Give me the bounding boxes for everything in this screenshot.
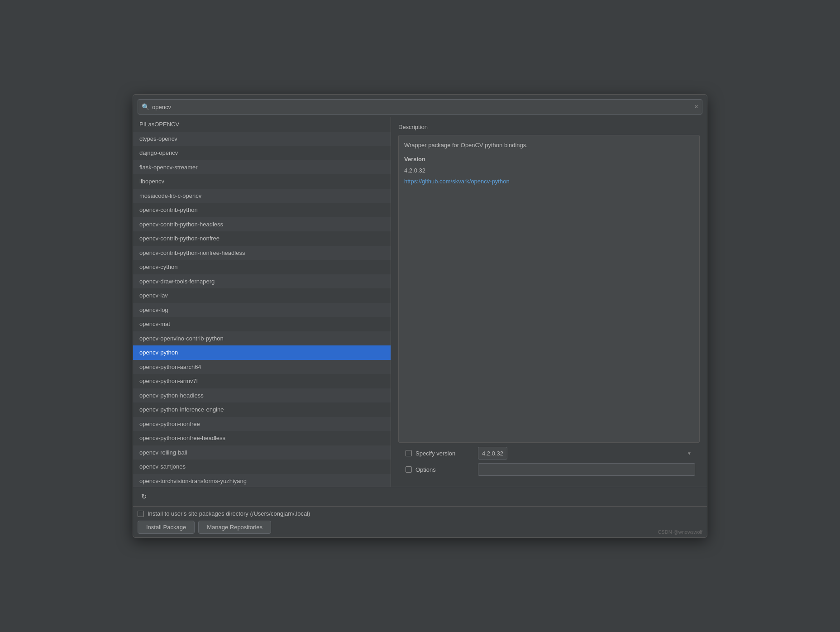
list-item[interactable]: opencv-contrib-python-nonfree-headless [133,246,391,260]
dropdown-arrow-icon: ▼ [687,451,692,456]
list-footer: ↻ [133,487,707,506]
version-row: Specify version 4.2.0.32 ▼ [403,447,695,460]
install-package-button[interactable]: Install Package [138,521,195,534]
list-item[interactable]: opencv-python-armv7l [133,374,391,388]
list-item[interactable]: ctypes-opencv [133,132,391,146]
version-url[interactable]: https://github.com/skvark/opencv-python [404,178,510,185]
list-item[interactable]: opencv-python-nonfree-headless [133,431,391,445]
list-item[interactable]: opencv-python-inference-engine [133,402,391,417]
refresh-icon[interactable]: ↻ [138,490,151,503]
list-item[interactable]: PILasOPENCV [133,117,391,132]
search-bar: 🔍 × [138,99,702,115]
content-area: PILasOPENCVctypes-opencvdajngo-opencvfla… [133,117,707,487]
options-checkbox[interactable] [406,466,412,473]
list-item[interactable]: opencv-iav [133,288,391,303]
list-item[interactable]: mosaicode-lib-c-opencv [133,189,391,203]
options-input[interactable] [478,463,695,476]
description-title: Description [398,124,700,130]
list-item[interactable]: opencv-python [133,345,391,360]
list-item[interactable]: opencv-draw-tools-fernaperg [133,274,391,289]
version-number: 4.2.0.32 [404,166,694,176]
list-item[interactable]: opencv-contrib-python [133,203,391,217]
footer: Install to user's site packages director… [133,506,707,537]
available-packages-dialog: 🔍 × PILasOPENCVctypes-opencvdajngo-openc… [133,94,707,538]
specify-version-text: Specify version [415,450,455,457]
list-item[interactable]: dajngo-opencv [133,146,391,160]
list-item[interactable]: opencv-python-headless [133,388,391,403]
manage-repositories-button[interactable]: Manage Repositories [198,521,271,534]
list-item[interactable]: opencv-mat [133,317,391,331]
install-path-text: Install to user's site packages director… [148,510,310,517]
clear-search-button[interactable]: × [694,103,698,110]
footer-buttons: Install Package Manage Repositories [138,521,702,534]
list-item[interactable]: flask-opencv-streamer [133,160,391,175]
list-item[interactable]: opencv-contrib-python-headless [133,217,391,232]
description-box: Wrapper package for OpenCV python bindin… [398,135,700,443]
install-path-checkbox[interactable] [138,511,144,517]
list-item[interactable]: opencv-rolling-ball [133,445,391,460]
list-item[interactable]: opencv-log [133,303,391,317]
package-list: PILasOPENCVctypes-opencvdajngo-opencvfla… [133,117,391,487]
version-label: Version [404,155,694,164]
list-item[interactable]: libopencv [133,174,391,189]
search-icon: 🔍 [142,103,149,110]
list-item[interactable]: opencv-contrib-python-nonfree [133,231,391,246]
options-label: Options [406,466,478,473]
version-dropdown[interactable]: 4.2.0.32 [478,447,507,460]
options-row: Options [403,463,695,476]
search-input[interactable] [152,104,694,110]
options-text: Options [415,466,436,473]
list-item[interactable]: opencv-python-aarch64 [133,360,391,374]
list-item[interactable]: opencv-openvino-contrib-python [133,331,391,346]
description-panel: Description Wrapper package for OpenCV p… [391,117,707,487]
watermark: CSDN @wnowswolf [658,529,702,535]
list-item[interactable]: opencv-torchvision-transforms-yuzhiyang [133,474,391,487]
install-path-row: Install to user's site packages director… [138,510,702,517]
list-item[interactable]: opencv-python-nonfree [133,417,391,431]
list-item[interactable]: opencv-samjones [133,460,391,474]
bottom-controls: Specify version 4.2.0.32 ▼ Options [398,443,700,480]
description-text: Wrapper package for OpenCV python bindin… [404,141,694,150]
list-item[interactable]: opencv-cython [133,260,391,274]
specify-version-label: Specify version [406,450,478,457]
version-dropdown-wrapper: 4.2.0.32 ▼ [478,447,695,460]
specify-version-checkbox[interactable] [406,450,412,456]
